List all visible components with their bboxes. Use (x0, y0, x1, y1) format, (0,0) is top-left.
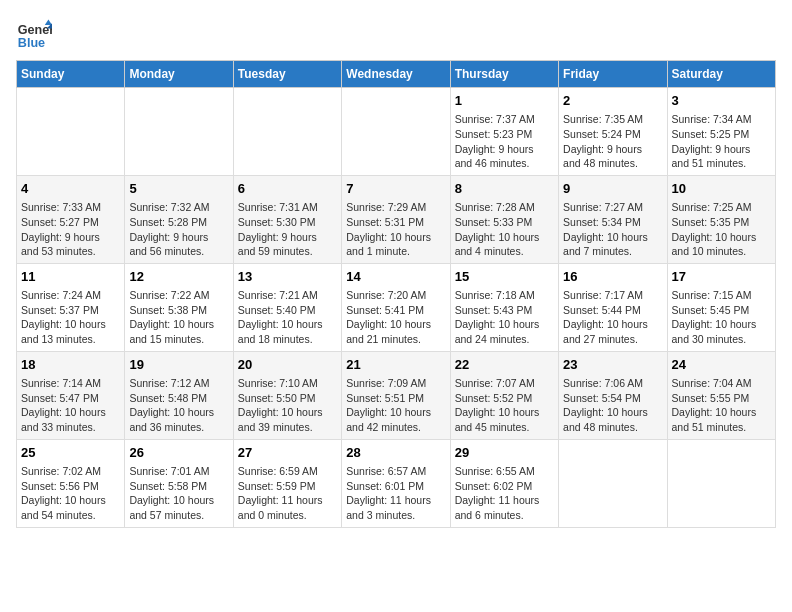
day-info: Sunrise: 7:17 AM Sunset: 5:44 PM Dayligh… (563, 288, 662, 347)
day-number: 1 (455, 92, 554, 110)
day-number: 5 (129, 180, 228, 198)
calendar-cell-4-7: 24Sunrise: 7:04 AM Sunset: 5:55 PM Dayli… (667, 351, 775, 439)
day-info: Sunrise: 7:14 AM Sunset: 5:47 PM Dayligh… (21, 376, 120, 435)
calendar-cell-3-6: 16Sunrise: 7:17 AM Sunset: 5:44 PM Dayli… (559, 263, 667, 351)
calendar-cell-3-5: 15Sunrise: 7:18 AM Sunset: 5:43 PM Dayli… (450, 263, 558, 351)
calendar-cell-5-2: 26Sunrise: 7:01 AM Sunset: 5:58 PM Dayli… (125, 439, 233, 527)
day-number: 2 (563, 92, 662, 110)
day-number: 13 (238, 268, 337, 286)
day-number: 11 (21, 268, 120, 286)
calendar-cell-4-4: 21Sunrise: 7:09 AM Sunset: 5:51 PM Dayli… (342, 351, 450, 439)
calendar-cell-4-1: 18Sunrise: 7:14 AM Sunset: 5:47 PM Dayli… (17, 351, 125, 439)
day-number: 24 (672, 356, 771, 374)
day-number: 18 (21, 356, 120, 374)
day-number: 8 (455, 180, 554, 198)
day-number: 9 (563, 180, 662, 198)
calendar-cell-3-7: 17Sunrise: 7:15 AM Sunset: 5:45 PM Dayli… (667, 263, 775, 351)
day-number: 25 (21, 444, 120, 462)
calendar-cell-4-5: 22Sunrise: 7:07 AM Sunset: 5:52 PM Dayli… (450, 351, 558, 439)
day-info: Sunrise: 7:37 AM Sunset: 5:23 PM Dayligh… (455, 112, 554, 171)
day-number: 22 (455, 356, 554, 374)
day-number: 23 (563, 356, 662, 374)
calendar-cell-1-3 (233, 88, 341, 176)
logo-icon: General Blue (16, 16, 52, 52)
calendar-cell-2-2: 5Sunrise: 7:32 AM Sunset: 5:28 PM Daylig… (125, 175, 233, 263)
calendar-cell-4-6: 23Sunrise: 7:06 AM Sunset: 5:54 PM Dayli… (559, 351, 667, 439)
week-row-1: 1Sunrise: 7:37 AM Sunset: 5:23 PM Daylig… (17, 88, 776, 176)
week-row-5: 25Sunrise: 7:02 AM Sunset: 5:56 PM Dayli… (17, 439, 776, 527)
day-number: 17 (672, 268, 771, 286)
calendar-cell-2-4: 7Sunrise: 7:29 AM Sunset: 5:31 PM Daylig… (342, 175, 450, 263)
day-number: 26 (129, 444, 228, 462)
day-info: Sunrise: 7:15 AM Sunset: 5:45 PM Dayligh… (672, 288, 771, 347)
day-info: Sunrise: 7:34 AM Sunset: 5:25 PM Dayligh… (672, 112, 771, 171)
day-number: 12 (129, 268, 228, 286)
day-number: 14 (346, 268, 445, 286)
weekday-header-saturday: Saturday (667, 61, 775, 88)
day-info: Sunrise: 7:18 AM Sunset: 5:43 PM Dayligh… (455, 288, 554, 347)
day-info: Sunrise: 7:06 AM Sunset: 5:54 PM Dayligh… (563, 376, 662, 435)
day-info: Sunrise: 7:28 AM Sunset: 5:33 PM Dayligh… (455, 200, 554, 259)
day-info: Sunrise: 7:09 AM Sunset: 5:51 PM Dayligh… (346, 376, 445, 435)
day-info: Sunrise: 7:21 AM Sunset: 5:40 PM Dayligh… (238, 288, 337, 347)
day-info: Sunrise: 7:32 AM Sunset: 5:28 PM Dayligh… (129, 200, 228, 259)
calendar-cell-3-4: 14Sunrise: 7:20 AM Sunset: 5:41 PM Dayli… (342, 263, 450, 351)
weekday-header-wednesday: Wednesday (342, 61, 450, 88)
weekday-header-friday: Friday (559, 61, 667, 88)
day-number: 4 (21, 180, 120, 198)
day-info: Sunrise: 7:10 AM Sunset: 5:50 PM Dayligh… (238, 376, 337, 435)
day-info: Sunrise: 7:35 AM Sunset: 5:24 PM Dayligh… (563, 112, 662, 171)
calendar-cell-4-3: 20Sunrise: 7:10 AM Sunset: 5:50 PM Dayli… (233, 351, 341, 439)
day-info: Sunrise: 7:24 AM Sunset: 5:37 PM Dayligh… (21, 288, 120, 347)
day-number: 27 (238, 444, 337, 462)
day-number: 19 (129, 356, 228, 374)
day-number: 6 (238, 180, 337, 198)
day-info: Sunrise: 6:55 AM Sunset: 6:02 PM Dayligh… (455, 464, 554, 523)
day-number: 28 (346, 444, 445, 462)
day-info: Sunrise: 7:07 AM Sunset: 5:52 PM Dayligh… (455, 376, 554, 435)
calendar-table: SundayMondayTuesdayWednesdayThursdayFrid… (16, 60, 776, 528)
day-info: Sunrise: 7:04 AM Sunset: 5:55 PM Dayligh… (672, 376, 771, 435)
calendar-cell-2-6: 9Sunrise: 7:27 AM Sunset: 5:34 PM Daylig… (559, 175, 667, 263)
day-number: 3 (672, 92, 771, 110)
day-info: Sunrise: 7:31 AM Sunset: 5:30 PM Dayligh… (238, 200, 337, 259)
week-row-3: 11Sunrise: 7:24 AM Sunset: 5:37 PM Dayli… (17, 263, 776, 351)
day-number: 29 (455, 444, 554, 462)
calendar-cell-1-1 (17, 88, 125, 176)
day-number: 10 (672, 180, 771, 198)
day-info: Sunrise: 7:29 AM Sunset: 5:31 PM Dayligh… (346, 200, 445, 259)
calendar-cell-1-2 (125, 88, 233, 176)
day-info: Sunrise: 7:25 AM Sunset: 5:35 PM Dayligh… (672, 200, 771, 259)
weekday-header-monday: Monday (125, 61, 233, 88)
day-info: Sunrise: 7:01 AM Sunset: 5:58 PM Dayligh… (129, 464, 228, 523)
day-info: Sunrise: 7:20 AM Sunset: 5:41 PM Dayligh… (346, 288, 445, 347)
logo: General Blue (16, 16, 56, 52)
day-number: 7 (346, 180, 445, 198)
day-info: Sunrise: 7:22 AM Sunset: 5:38 PM Dayligh… (129, 288, 228, 347)
calendar-cell-5-4: 28Sunrise: 6:57 AM Sunset: 6:01 PM Dayli… (342, 439, 450, 527)
calendar-cell-3-3: 13Sunrise: 7:21 AM Sunset: 5:40 PM Dayli… (233, 263, 341, 351)
calendar-cell-4-2: 19Sunrise: 7:12 AM Sunset: 5:48 PM Dayli… (125, 351, 233, 439)
week-row-4: 18Sunrise: 7:14 AM Sunset: 5:47 PM Dayli… (17, 351, 776, 439)
day-number: 21 (346, 356, 445, 374)
calendar-body: 1Sunrise: 7:37 AM Sunset: 5:23 PM Daylig… (17, 88, 776, 528)
weekday-header-tuesday: Tuesday (233, 61, 341, 88)
calendar-cell-2-5: 8Sunrise: 7:28 AM Sunset: 5:33 PM Daylig… (450, 175, 558, 263)
day-info: Sunrise: 6:59 AM Sunset: 5:59 PM Dayligh… (238, 464, 337, 523)
day-number: 16 (563, 268, 662, 286)
calendar-cell-2-3: 6Sunrise: 7:31 AM Sunset: 5:30 PM Daylig… (233, 175, 341, 263)
calendar-cell-2-1: 4Sunrise: 7:33 AM Sunset: 5:27 PM Daylig… (17, 175, 125, 263)
calendar-cell-1-7: 3Sunrise: 7:34 AM Sunset: 5:25 PM Daylig… (667, 88, 775, 176)
calendar-cell-5-3: 27Sunrise: 6:59 AM Sunset: 5:59 PM Dayli… (233, 439, 341, 527)
week-row-2: 4Sunrise: 7:33 AM Sunset: 5:27 PM Daylig… (17, 175, 776, 263)
day-info: Sunrise: 7:27 AM Sunset: 5:34 PM Dayligh… (563, 200, 662, 259)
calendar-cell-3-2: 12Sunrise: 7:22 AM Sunset: 5:38 PM Dayli… (125, 263, 233, 351)
day-number: 20 (238, 356, 337, 374)
calendar-cell-2-7: 10Sunrise: 7:25 AM Sunset: 5:35 PM Dayli… (667, 175, 775, 263)
svg-text:Blue: Blue (18, 36, 45, 50)
weekday-header-thursday: Thursday (450, 61, 558, 88)
calendar-cell-1-5: 1Sunrise: 7:37 AM Sunset: 5:23 PM Daylig… (450, 88, 558, 176)
calendar-cell-1-4 (342, 88, 450, 176)
day-info: Sunrise: 6:57 AM Sunset: 6:01 PM Dayligh… (346, 464, 445, 523)
calendar-cell-5-1: 25Sunrise: 7:02 AM Sunset: 5:56 PM Dayli… (17, 439, 125, 527)
